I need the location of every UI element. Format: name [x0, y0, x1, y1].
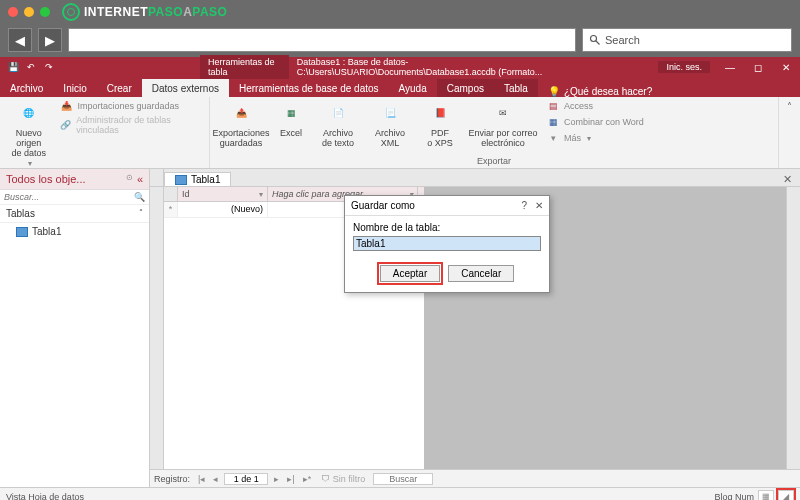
nav-collapse-icon[interactable]: « [137, 173, 143, 185]
tab-file[interactable]: Archivo [0, 79, 53, 97]
doc-tab-tabla1[interactable]: Tabla1 [164, 172, 231, 186]
url-input[interactable] [68, 28, 576, 52]
brand-logo-icon [62, 3, 80, 21]
more-exports-button[interactable]: ▾Más▾ [546, 131, 644, 145]
table-icon [175, 175, 187, 185]
collapse-ribbon-button[interactable]: ˄ [779, 97, 800, 168]
more-icon: ▾ [546, 131, 560, 145]
brand-word-1: INTERNET [84, 5, 148, 19]
save-icon[interactable]: 💾 [6, 60, 20, 74]
dialog-titlebar[interactable]: Guardar como ? ✕ [345, 196, 549, 216]
svg-point-0 [591, 36, 597, 42]
search-icon [589, 34, 601, 46]
site-brand: INTERNETPASOAPASO [62, 3, 227, 21]
window-max-dot[interactable] [40, 7, 50, 17]
app-titlebar: 💾 ↶ ↷ Herramientas de tabla Database1 : … [0, 57, 800, 77]
browser-nav-row: ◀ ▶ Search [0, 23, 800, 57]
nav-search-row: 🔍 [0, 190, 149, 205]
nav-dropdown-icon[interactable]: ⊙ [126, 173, 133, 185]
save-as-dialog: Guardar como ? ✕ Nombre de la tabla: Ace… [344, 195, 550, 293]
forward-button[interactable]: ▶ [38, 28, 62, 52]
nav-search-input[interactable] [4, 192, 134, 202]
excel-button[interactable]: ▦Excel [274, 99, 308, 138]
window-min-dot[interactable] [24, 7, 34, 17]
nav-category-tables[interactable]: Tablas ˄ [0, 205, 149, 223]
saved-imports-button[interactable]: 📥Importaciones guardadas [60, 99, 203, 113]
new-record-button[interactable]: ▸* [301, 474, 314, 484]
col-header-id[interactable]: Id▾ [178, 187, 268, 201]
doc-close-button[interactable]: ✕ [775, 173, 800, 186]
text-file-button[interactable]: 📄Archivo de texto [316, 99, 360, 148]
login-button[interactable]: Inic. ses. [658, 61, 710, 73]
nav-item-label: Tabla1 [32, 226, 61, 237]
ribbon: 🌐 Nuevo origen de datos▾ 📥Importaciones … [0, 97, 800, 169]
nav-category-label: Tablas [6, 208, 35, 219]
dialog-close-button[interactable]: ✕ [535, 200, 543, 211]
tab-db-tools[interactable]: Herramientas de base de datos [229, 79, 389, 97]
email-icon: ✉ [489, 99, 517, 127]
tell-me-input[interactable]: 💡 ¿Qué desea hacer? [548, 86, 652, 97]
window-title: Database1 : Base de datos- C:\Users\USUA… [289, 57, 600, 77]
nav-item-tabla1[interactable]: Tabla1 [0, 223, 149, 240]
record-search-input[interactable] [373, 473, 433, 485]
tab-create[interactable]: Crear [97, 79, 142, 97]
datasheet-view-button[interactable]: ▦ [758, 490, 774, 501]
tab-external-data[interactable]: Datos externos [142, 79, 229, 97]
prev-record-button[interactable]: ◂ [211, 474, 220, 484]
access-label: Access [564, 101, 593, 111]
new-data-source-label: Nuevo origen de datos [6, 128, 52, 158]
collapse-icon: ˄ [139, 208, 143, 219]
cancel-button[interactable]: Cancelar [448, 265, 514, 282]
table-name-label: Nombre de la tabla: [353, 222, 541, 233]
new-data-source-icon: 🌐 [15, 99, 43, 127]
window-close-dot[interactable] [8, 7, 18, 17]
select-all-cell[interactable] [164, 187, 178, 201]
next-record-button[interactable]: ▸ [272, 474, 281, 484]
undo-icon[interactable]: ↶ [24, 60, 38, 74]
row-selector[interactable]: * [164, 202, 178, 218]
brand-word-2: PASO [148, 5, 183, 19]
saved-exports-label: Exportaciones guardadas [212, 128, 269, 148]
doc-tab-label: Tabla1 [191, 174, 220, 185]
back-button[interactable]: ◀ [8, 28, 32, 52]
close-button[interactable]: ✕ [772, 57, 800, 77]
tab-table[interactable]: Tabla [494, 79, 538, 97]
linked-table-icon: 🔗 [60, 118, 73, 132]
email-button[interactable]: ✉Enviar por correo electrónico [468, 99, 538, 148]
first-record-button[interactable]: |◂ [196, 474, 207, 484]
tab-fields[interactable]: Campos [437, 79, 494, 97]
export-access-button[interactable]: ▤Access [546, 99, 644, 113]
table-name-input[interactable] [353, 236, 541, 251]
vertical-scrollbar[interactable] [786, 187, 800, 469]
minimize-button[interactable]: — [716, 57, 744, 77]
record-navigator: Registro: |◂ ◂ ▸ ▸| ▸* ⛉ Sin filtro [150, 469, 800, 487]
view-mode-label: Vista Hoja de datos [6, 492, 84, 501]
restore-button[interactable]: ◻ [744, 57, 772, 77]
saved-imports-label: Importaciones guardadas [78, 101, 180, 111]
search-placeholder: Search [605, 34, 640, 46]
more-label: Más [564, 133, 581, 143]
linked-table-label: Administrador de tablas vinculadas [76, 115, 203, 135]
xml-file-button[interactable]: 📃Archivo XML [368, 99, 412, 148]
saved-exports-button[interactable]: 📤Exportaciones guardadas [216, 99, 266, 148]
svg-line-1 [596, 41, 600, 45]
dialog-title: Guardar como [351, 200, 415, 211]
word-merge-button[interactable]: ▦Combinar con Word [546, 115, 644, 129]
numlock-label: Bloq Num [714, 492, 754, 501]
nav-pane-header[interactable]: Todos los obje... ⊙« [0, 169, 149, 190]
pdf-xps-button[interactable]: 📕PDF o XPS [420, 99, 460, 148]
cell-id[interactable]: (Nuevo) [178, 202, 268, 218]
browser-search-input[interactable]: Search [582, 28, 792, 52]
last-record-button[interactable]: ▸| [285, 474, 296, 484]
dialog-help-button[interactable]: ? [521, 200, 527, 211]
new-data-source-button[interactable]: 🌐 Nuevo origen de datos▾ [6, 99, 52, 168]
record-position-input[interactable] [224, 473, 268, 485]
tab-home[interactable]: Inicio [53, 79, 96, 97]
no-filter-label[interactable]: ⛉ Sin filtro [321, 474, 365, 484]
document-tabs: Tabla1 ✕ [150, 169, 800, 187]
redo-icon[interactable]: ↷ [42, 60, 56, 74]
accept-button[interactable]: Aceptar [380, 265, 440, 282]
design-view-button[interactable]: ◢ [778, 490, 794, 501]
linked-table-manager-button: 🔗Administrador de tablas vinculadas [60, 115, 203, 135]
tab-help[interactable]: Ayuda [389, 79, 437, 97]
